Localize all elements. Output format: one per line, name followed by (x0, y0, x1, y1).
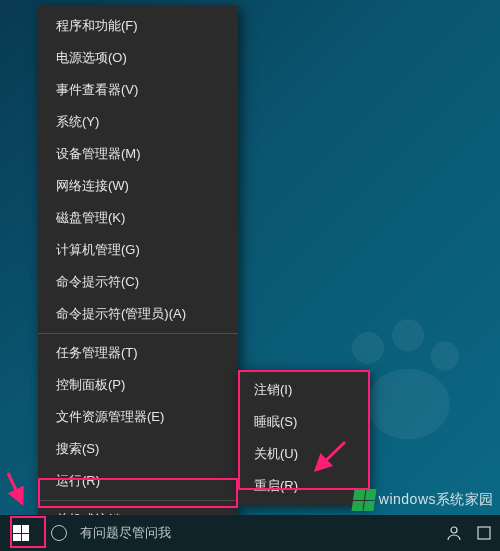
menu-label: 注销(I) (254, 382, 292, 397)
menu-system[interactable]: 系统(Y) (38, 106, 238, 138)
menu-label: 网络连接(W) (56, 178, 129, 193)
menu-label: 电源选项(O) (56, 50, 127, 65)
site-watermark: windows系统家园 (353, 489, 494, 511)
menu-label: 命令提示符(管理员)(A) (56, 306, 186, 321)
menu-computer-management[interactable]: 计算机管理(G) (38, 234, 238, 266)
menu-label: 计算机管理(G) (56, 242, 140, 257)
menu-label: 睡眠(S) (254, 414, 297, 429)
menu-separator (38, 500, 238, 501)
submenu-restart[interactable]: 重启(R) (238, 470, 368, 502)
winx-context-menu[interactable]: 程序和功能(F) 电源选项(O) 事件查看器(V) 系统(Y) 设备管理器(M)… (38, 6, 238, 551)
svg-point-4 (366, 369, 449, 439)
menu-label: 设备管理器(M) (56, 146, 141, 161)
cortana-search-hint[interactable]: 有问题尽管问我 (80, 524, 171, 542)
shutdown-submenu[interactable]: 注销(I) 睡眠(S) 关机(U) 重启(R) (238, 370, 368, 506)
menu-command-prompt[interactable]: 命令提示符(C) (38, 266, 238, 298)
svg-point-0 (352, 332, 384, 364)
menu-label: 重启(R) (254, 478, 298, 493)
cortana-circle-icon (51, 525, 67, 541)
start-button[interactable] (0, 515, 42, 551)
watermark-logo-icon (351, 489, 376, 511)
windows-logo-icon (13, 525, 29, 541)
taskbar: 有问题尽管问我 (0, 515, 500, 551)
svg-rect-6 (478, 527, 490, 539)
tray-square-icon[interactable] (476, 525, 492, 541)
menu-separator (38, 333, 238, 334)
svg-point-2 (430, 342, 459, 371)
cortana-button[interactable] (42, 515, 76, 551)
system-tray (446, 515, 500, 551)
submenu-sleep[interactable]: 睡眠(S) (238, 406, 368, 438)
watermark-text: windows系统家园 (379, 491, 494, 509)
menu-label: 关机(U) (254, 446, 298, 461)
menu-run[interactable]: 运行(R) (38, 465, 238, 497)
submenu-signout[interactable]: 注销(I) (238, 374, 368, 406)
menu-file-explorer[interactable]: 文件资源管理器(E) (38, 401, 238, 433)
menu-control-panel[interactable]: 控制面板(P) (38, 369, 238, 401)
menu-label: 运行(R) (56, 473, 100, 488)
tray-people-icon[interactable] (446, 525, 462, 541)
menu-label: 命令提示符(C) (56, 274, 139, 289)
menu-label: 事件查看器(V) (56, 82, 138, 97)
menu-label: 磁盘管理(K) (56, 210, 125, 225)
menu-device-manager[interactable]: 设备管理器(M) (38, 138, 238, 170)
menu-programs-features[interactable]: 程序和功能(F) (38, 10, 238, 42)
menu-network-connections[interactable]: 网络连接(W) (38, 170, 238, 202)
menu-label: 程序和功能(F) (56, 18, 138, 33)
annotation-arrow-start (2, 471, 32, 511)
svg-point-5 (451, 527, 457, 533)
menu-label: 搜索(S) (56, 441, 99, 456)
menu-task-manager[interactable]: 任务管理器(T) (38, 337, 238, 369)
menu-search[interactable]: 搜索(S) (38, 433, 238, 465)
menu-label: 文件资源管理器(E) (56, 409, 164, 424)
menu-label: 任务管理器(T) (56, 345, 138, 360)
menu-disk-management[interactable]: 磁盘管理(K) (38, 202, 238, 234)
submenu-shutdown[interactable]: 关机(U) (238, 438, 368, 470)
menu-label: 系统(Y) (56, 114, 99, 129)
desktop: 程序和功能(F) 电源选项(O) 事件查看器(V) 系统(Y) 设备管理器(M)… (0, 0, 500, 551)
menu-label: 控制面板(P) (56, 377, 125, 392)
menu-power-options[interactable]: 电源选项(O) (38, 42, 238, 74)
svg-point-1 (392, 319, 424, 351)
menu-event-viewer[interactable]: 事件查看器(V) (38, 74, 238, 106)
menu-command-prompt-admin[interactable]: 命令提示符(管理员)(A) (38, 298, 238, 330)
